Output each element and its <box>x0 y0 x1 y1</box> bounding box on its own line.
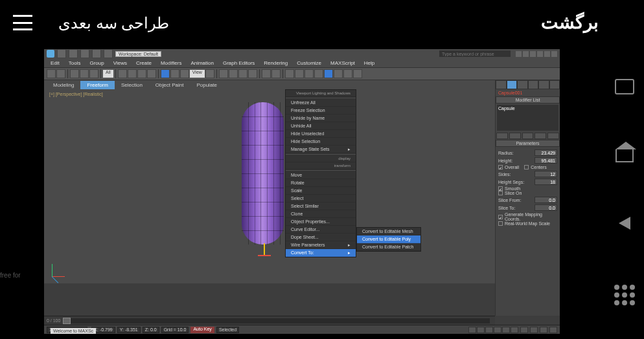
ctx-wire-parameters[interactable]: Wire Parameters <box>286 241 356 249</box>
window-crossing-button[interactable] <box>147 69 156 78</box>
stack-btn[interactable] <box>547 133 559 139</box>
titlebar-icon[interactable] <box>530 51 536 57</box>
nav-button[interactable] <box>549 327 557 333</box>
nav-button[interactable] <box>530 327 538 333</box>
transform-gizmo-icon[interactable] <box>258 243 271 256</box>
stack-btn[interactable] <box>509 133 521 139</box>
keymode-dd[interactable]: Selected <box>216 327 239 333</box>
curve-editor-button[interactable] <box>305 69 314 78</box>
search-input[interactable] <box>439 50 511 57</box>
play-button[interactable] <box>485 327 493 333</box>
back-button[interactable] <box>619 217 630 230</box>
menu-rendering[interactable]: Rendering <box>260 60 292 66</box>
unlink-button[interactable] <box>80 69 89 78</box>
ctx-rotate[interactable]: Rotate <box>286 179 356 187</box>
radius-input[interactable] <box>535 149 557 156</box>
named-sel-button[interactable] <box>262 69 271 78</box>
ctx-select-similar[interactable]: Select Similar <box>286 202 356 210</box>
titlebar-icon[interactable] <box>523 51 529 57</box>
prev-frame-button[interactable] <box>477 327 485 333</box>
menu-create[interactable]: Create <box>132 60 155 66</box>
titlebar-icon[interactable] <box>544 51 550 57</box>
display-tab[interactable] <box>538 80 549 89</box>
menu-help[interactable]: Help <box>360 60 378 66</box>
ctx-clone[interactable]: Clone <box>286 210 356 218</box>
ctx-move[interactable]: Move <box>286 171 356 179</box>
ctx-convert-patch[interactable]: Convert to Editable Patch <box>357 243 420 251</box>
height-input[interactable] <box>535 157 557 164</box>
utilities-tab[interactable] <box>549 80 560 89</box>
nav-button[interactable] <box>520 327 528 333</box>
ctx-hide-selection[interactable]: Hide Selection <box>286 138 356 146</box>
modifier-stack[interactable]: Capsule <box>497 105 558 131</box>
parameters-rollout[interactable]: Parameters <box>496 140 560 147</box>
recents-button[interactable] <box>615 79 634 94</box>
spinner-snap-button[interactable] <box>248 69 257 78</box>
schematic-button[interactable] <box>314 69 323 78</box>
motion-tab[interactable] <box>528 80 539 89</box>
select-region-button[interactable] <box>137 69 146 78</box>
ctx-unhide-all[interactable]: Unhide All <box>286 122 356 130</box>
render-frame-button[interactable] <box>343 69 352 78</box>
percent-snap-button[interactable] <box>238 69 247 78</box>
titlebar-btn[interactable] <box>92 49 101 58</box>
object-name-field[interactable]: Capsule001 <box>496 89 560 96</box>
link-button[interactable] <box>70 69 79 78</box>
render-setup-button[interactable] <box>334 69 343 78</box>
ctx-select[interactable]: Select <box>286 195 356 202</box>
sfrom-input[interactable] <box>535 197 557 203</box>
titlebar-btn[interactable] <box>69 49 78 58</box>
viewport[interactable]: [+] [Perspective] [Realistic] Viewport L… <box>44 89 560 283</box>
ctx-object-properties[interactable]: Object Properties... <box>286 218 356 226</box>
timeline[interactable]: 0 / 100 <box>44 316 495 325</box>
titlebar-btn[interactable] <box>104 49 113 58</box>
ctx-freeze-selection[interactable]: Freeze Selection <box>286 107 356 115</box>
select-button[interactable] <box>118 69 127 78</box>
back-label[interactable]: برگشت <box>541 12 599 33</box>
goto-start-button[interactable] <box>468 327 476 333</box>
next-frame-button[interactable] <box>494 327 501 333</box>
ctx-manage-state-sets[interactable]: Manage State Sets <box>286 146 356 153</box>
realworld-check[interactable] <box>498 221 503 226</box>
align-button[interactable] <box>285 69 294 78</box>
ctx-curve-editor[interactable]: Curve Editor... <box>286 226 356 234</box>
move-button[interactable] <box>161 69 170 78</box>
modify-tab[interactable] <box>507 80 518 89</box>
menu-tools[interactable]: Tools <box>65 60 85 66</box>
ctx-unhide-by-name[interactable]: Unhide by Name <box>286 115 356 122</box>
centers-radio[interactable] <box>524 165 529 170</box>
time-slider[interactable] <box>63 318 490 323</box>
stack-btn[interactable] <box>522 133 534 139</box>
keyfilter-button[interactable] <box>511 327 518 333</box>
layers-button[interactable] <box>295 69 304 78</box>
sto-input[interactable] <box>535 204 557 211</box>
hierarchy-tab[interactable] <box>517 80 528 89</box>
titlebar-btn[interactable] <box>57 49 66 58</box>
menu-modifiers[interactable]: Modifiers <box>157 60 185 66</box>
titlebar-icon[interactable] <box>537 51 543 57</box>
sides-input[interactable] <box>535 171 557 177</box>
pivot-button[interactable] <box>205 69 214 78</box>
stack-btn[interactable] <box>496 133 508 139</box>
tab-selection[interactable]: Selection <box>115 81 149 89</box>
goto-end-button[interactable] <box>502 327 510 333</box>
menu-views[interactable]: Views <box>109 60 131 66</box>
ctx-dope-sheet[interactable]: Dope Sheet... <box>286 234 356 241</box>
genmap-check[interactable] <box>498 215 503 219</box>
stack-btn[interactable] <box>535 133 546 139</box>
tab-modeling[interactable]: Modeling <box>47 81 80 89</box>
create-tab[interactable] <box>496 80 507 89</box>
smooth-check[interactable] <box>498 186 503 191</box>
sliceon-check[interactable] <box>498 191 503 195</box>
scale-button[interactable] <box>180 69 189 78</box>
home-button[interactable] <box>615 149 634 162</box>
mirror-button[interactable] <box>271 69 281 78</box>
menu-grapheditors[interactable]: Graph Editors <box>219 60 259 66</box>
menu-maxscript[interactable]: MAXScript <box>327 60 359 66</box>
ctx-hide-unselected[interactable]: Hide Unselected <box>286 130 356 138</box>
y-coord[interactable]: Y: -8.351 <box>117 327 141 333</box>
menu-dots-icon[interactable] <box>614 285 635 305</box>
ctx-convert-mesh[interactable]: Convert to Editable Mesh <box>357 228 420 235</box>
tab-populate[interactable]: Populate <box>190 81 224 89</box>
titlebar-icon[interactable] <box>551 51 557 57</box>
